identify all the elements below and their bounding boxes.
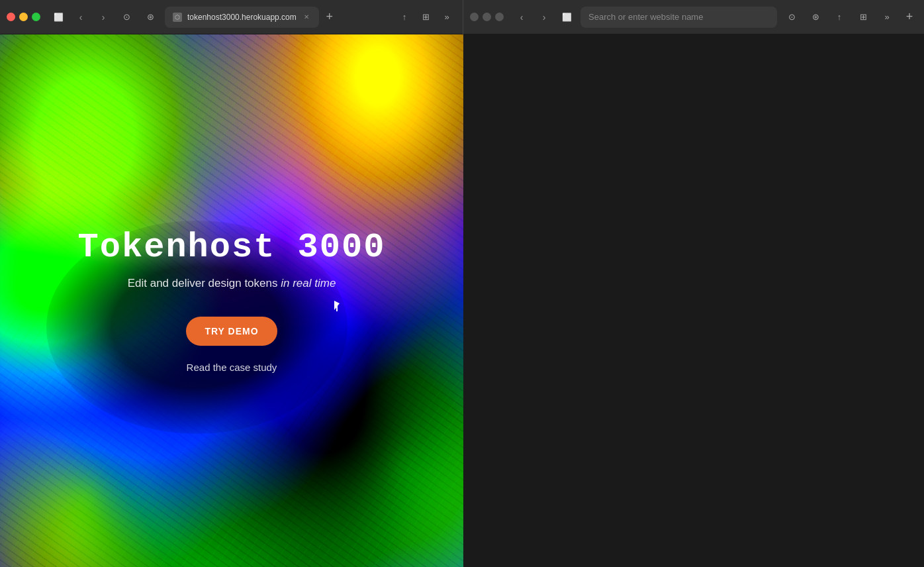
site-subtitle: Edit and deliver design tokens in real t…	[128, 277, 336, 290]
active-tab-left[interactable]: ⬡ tokenhost3000.herokuapp.com ✕	[165, 7, 319, 28]
more-button-left[interactable]: »	[438, 8, 456, 26]
forward-button-left[interactable]: ›	[95, 9, 112, 26]
toolbar-right-icons-left: ↑ ⊞ »	[395, 8, 456, 26]
maximize-button[interactable]	[32, 13, 40, 21]
webpage-content: Tokenhost 3000 Edit and deliver design t…	[0, 34, 463, 567]
shield-icon-right[interactable]: ⊛	[806, 8, 825, 26]
subtitle-plain: Edit and deliver design tokens	[128, 277, 281, 289]
expand-button-right[interactable]: ⊞	[854, 8, 872, 26]
expand-button-left[interactable]: ⊞	[416, 8, 435, 26]
browser-window-right: ‹ › ⬜ ⊙ ⊛ ↑ ⊞ » +	[463, 0, 924, 567]
sidebar-toggle-right[interactable]: ⬜	[558, 9, 575, 26]
subtitle-italic: in real time	[281, 277, 336, 289]
new-tab-button-right[interactable]: +	[901, 9, 917, 25]
minimize-button[interactable]	[19, 13, 28, 21]
maximize-button-right[interactable]	[495, 13, 504, 21]
browser-window-left: ⬜ ‹ › ⊙ ⊛ ⬡ tokenhost3000.herokuapp.com …	[0, 0, 463, 567]
minimize-button-right[interactable]	[483, 13, 491, 21]
close-button[interactable]	[7, 13, 15, 21]
try-demo-button[interactable]: Try Demo	[186, 317, 277, 346]
back-button-right[interactable]: ‹	[513, 9, 530, 26]
tab-close-button-left[interactable]: ✕	[302, 13, 311, 22]
tab-title-left: tokenhost3000.herokuapp.com	[187, 13, 297, 22]
privacy-icon-left[interactable]: ⊙	[117, 8, 136, 26]
titlebar-right: ‹ › ⬜ ⊙ ⊛ ↑ ⊞ » +	[463, 0, 924, 34]
back-button-left[interactable]: ‹	[72, 9, 89, 26]
forward-button-right[interactable]: ›	[535, 9, 553, 26]
webpage-background: Tokenhost 3000 Edit and deliver design t…	[0, 34, 463, 567]
more-button-right[interactable]: »	[878, 8, 896, 26]
shield-icon-left[interactable]: ⊛	[141, 8, 160, 26]
new-tab-button-left[interactable]: +	[322, 9, 338, 25]
sidebar-toggle-button[interactable]: ⬜	[50, 9, 67, 26]
share-button-right[interactable]: ↑	[830, 8, 849, 26]
right-browser-content	[463, 34, 924, 567]
titlebar-left: ⬜ ‹ › ⊙ ⊛ ⬡ tokenhost3000.herokuapp.com …	[0, 0, 463, 34]
traffic-lights-left	[7, 13, 40, 21]
share-button-left[interactable]: ↑	[395, 8, 414, 26]
close-button-right[interactable]	[470, 13, 479, 21]
traffic-lights-right	[470, 13, 504, 21]
site-title: Tokenhost 3000	[78, 229, 386, 266]
address-bar-right[interactable]	[580, 7, 777, 28]
tab-bar-left: ⬡ tokenhost3000.herokuapp.com ✕ +	[165, 7, 387, 28]
privacy-icon-right[interactable]: ⊙	[782, 8, 801, 26]
tab-favicon-left: ⬡	[173, 13, 182, 22]
webpage-left: Tokenhost 3000 Edit and deliver design t…	[0, 34, 463, 567]
case-study-link[interactable]: Read the case study	[187, 362, 277, 373]
